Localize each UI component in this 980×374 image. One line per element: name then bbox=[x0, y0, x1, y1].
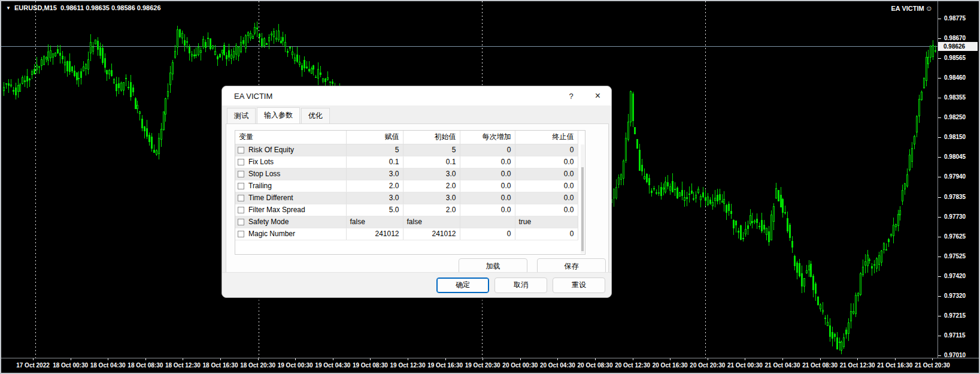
ok-button[interactable]: 确定 bbox=[436, 278, 489, 293]
cancel-button[interactable]: 取消 bbox=[494, 278, 547, 293]
column-header[interactable]: 赋值 bbox=[346, 131, 403, 144]
ea-properties-dialog: EA VICTIM ? × 测试输入参数优化 变量赋值初始值每次增加终止值 Ri… bbox=[222, 86, 612, 298]
close-icon[interactable]: × bbox=[595, 91, 600, 101]
param-row[interactable]: Stop Loss3.03.00.00.0 bbox=[235, 168, 578, 180]
time-axis-label: 19 Oct 12:30 bbox=[390, 362, 426, 369]
param-row[interactable]: Time Different3.03.00.00.0 bbox=[235, 192, 578, 204]
param-value[interactable]: 0.0 bbox=[515, 156, 578, 168]
row-checkbox[interactable] bbox=[238, 159, 244, 165]
parameters-table[interactable]: 变量赋值初始值每次增加终止值 Risk Of Equity5500Fix Lot… bbox=[235, 130, 585, 255]
time-axis-label: 20 Oct 16:30 bbox=[653, 362, 688, 369]
param-value[interactable]: 5 bbox=[403, 144, 460, 156]
row-checkbox[interactable] bbox=[238, 219, 244, 225]
tab-输入参数[interactable]: 输入参数 bbox=[257, 107, 300, 124]
price-axis-label: 0.97525 bbox=[938, 252, 966, 261]
tab-优化[interactable]: 优化 bbox=[301, 108, 330, 123]
param-value[interactable]: 0.1 bbox=[346, 156, 403, 168]
param-value[interactable]: 0.0 bbox=[515, 180, 578, 192]
table-scrollbar[interactable] bbox=[581, 144, 584, 254]
symbol-dropdown-icon[interactable]: ▼ bbox=[6, 5, 11, 11]
param-value[interactable]: false bbox=[403, 216, 460, 228]
time-axis-label: 19 Oct 04:30 bbox=[315, 362, 350, 369]
ohlc-values: 0.98611 0.98635 0.98586 0.98626 bbox=[60, 4, 161, 11]
param-value[interactable]: 5 bbox=[346, 144, 403, 156]
time-axis-label: 18 Oct 08:30 bbox=[128, 362, 163, 369]
row-checkbox[interactable] bbox=[238, 207, 244, 213]
price-axis-label: 0.98460 bbox=[938, 74, 966, 82]
scrollbar-thumb[interactable] bbox=[581, 167, 584, 251]
param-value[interactable]: 3.0 bbox=[403, 168, 460, 180]
time-axis-label: 19 Oct 20:30 bbox=[465, 362, 500, 369]
param-row[interactable]: Risk Of Equity5500 bbox=[235, 144, 578, 156]
row-checkbox[interactable] bbox=[238, 195, 244, 201]
param-value[interactable]: 3.0 bbox=[346, 168, 403, 180]
dialog-titlebar[interactable]: EA VICTIM ? × bbox=[222, 86, 611, 105]
param-value[interactable]: 2.0 bbox=[403, 204, 460, 216]
param-value[interactable]: 0 bbox=[515, 144, 578, 156]
row-checkbox[interactable] bbox=[238, 231, 244, 237]
param-row[interactable]: Magic Number24101224101200 bbox=[235, 228, 578, 240]
param-value[interactable]: true bbox=[515, 216, 578, 228]
help-icon[interactable]: ? bbox=[569, 92, 573, 101]
dialog-footer: 确定 取消 重设 bbox=[222, 272, 611, 297]
param-value[interactable]: 0.1 bbox=[403, 156, 460, 168]
param-value[interactable]: 241012 bbox=[403, 228, 460, 240]
param-value[interactable]: false bbox=[346, 216, 403, 228]
column-header[interactable]: 每次增加 bbox=[460, 131, 515, 144]
param-name: Filter Max Spread bbox=[248, 206, 305, 214]
time-axis[interactable]: 17 Oct 202218 Oct 00:3018 Oct 04:3018 Oc… bbox=[1, 358, 979, 373]
param-value[interactable]: 0.0 bbox=[515, 168, 578, 180]
param-value[interactable]: 0.0 bbox=[460, 180, 515, 192]
tab-测试[interactable]: 测试 bbox=[227, 108, 256, 123]
price-axis[interactable]: 0.98626 0.987750.986700.985650.984600.98… bbox=[937, 1, 979, 358]
param-value[interactable]: 3.0 bbox=[346, 192, 403, 204]
param-value[interactable]: 0 bbox=[515, 228, 578, 240]
time-axis-label: 20 Oct 20:30 bbox=[690, 362, 725, 369]
terminal-window: ▼EURUSD,M15 0.98611 0.98635 0.98586 0.98… bbox=[0, 0, 980, 374]
reset-button[interactable]: 重设 bbox=[553, 278, 605, 293]
price-axis-label: 0.97940 bbox=[938, 173, 966, 181]
time-axis-label: 18 Oct 16:30 bbox=[203, 362, 238, 369]
param-value[interactable]: 0.0 bbox=[515, 204, 578, 216]
param-value[interactable]: 0 bbox=[460, 228, 515, 240]
param-value[interactable]: 0.0 bbox=[460, 192, 515, 204]
price-axis-label: 0.98775 bbox=[938, 14, 966, 23]
row-checkbox[interactable] bbox=[238, 183, 244, 189]
param-value[interactable]: 0.0 bbox=[460, 156, 515, 168]
param-value[interactable]: 0.0 bbox=[460, 168, 515, 180]
param-value[interactable]: 0.0 bbox=[515, 192, 578, 204]
symbol-ohlc-info: ▼EURUSD,M15 0.98611 0.98635 0.98586 0.98… bbox=[6, 4, 161, 11]
time-axis-label: 21 Oct 12:30 bbox=[840, 362, 875, 369]
param-name: Fix Lots bbox=[248, 158, 274, 166]
param-row[interactable]: Safety Modefalsefalsetrue bbox=[235, 216, 578, 228]
column-header[interactable]: 变量 bbox=[235, 131, 346, 144]
row-checkbox[interactable] bbox=[238, 147, 244, 153]
current-price-label: 0.98626 bbox=[938, 42, 978, 51]
time-axis-label: 21 Oct 00:30 bbox=[727, 362, 763, 369]
param-value[interactable]: 0.0 bbox=[460, 204, 515, 216]
param-value[interactable]: 0 bbox=[460, 144, 515, 156]
price-axis-label: 0.98355 bbox=[938, 94, 966, 102]
param-value[interactable] bbox=[460, 216, 515, 228]
dialog-tabstrip: 测试输入参数优化 bbox=[222, 105, 611, 123]
price-axis-label: 0.97730 bbox=[938, 213, 966, 221]
column-header[interactable]: 初始值 bbox=[403, 131, 460, 144]
smiley-icon[interactable]: ☺ bbox=[926, 4, 933, 13]
time-axis-label: 20 Oct 12:30 bbox=[615, 362, 650, 369]
param-name: Time Different bbox=[248, 194, 293, 202]
param-value[interactable]: 2.0 bbox=[346, 180, 403, 192]
param-name: Risk Of Equity bbox=[248, 146, 294, 154]
price-axis-label: 0.97420 bbox=[938, 272, 966, 280]
param-value[interactable]: 2.0 bbox=[403, 180, 460, 192]
param-row[interactable]: Filter Max Spread5.02.00.00.0 bbox=[235, 204, 578, 216]
param-row[interactable]: Fix Lots0.10.10.00.0 bbox=[235, 156, 578, 168]
param-value[interactable]: 241012 bbox=[346, 228, 403, 240]
row-checkbox[interactable] bbox=[238, 171, 244, 177]
column-header[interactable]: 终止值 bbox=[515, 131, 578, 144]
param-row[interactable]: Trailing2.02.00.00.0 bbox=[235, 180, 578, 192]
param-value[interactable]: 3.0 bbox=[403, 192, 460, 204]
price-axis-label: 0.98250 bbox=[938, 113, 966, 122]
param-value[interactable]: 5.0 bbox=[346, 204, 403, 216]
time-axis-label: 19 Oct 08:30 bbox=[353, 362, 388, 369]
time-axis-label: 18 Oct 20:30 bbox=[240, 362, 275, 369]
